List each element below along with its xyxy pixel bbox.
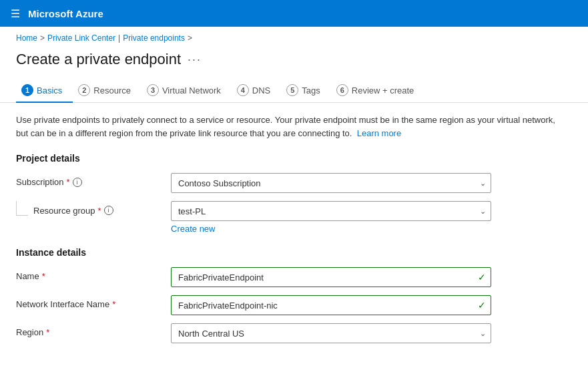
- breadcrumb-private-link[interactable]: Private Link Center: [47, 33, 115, 43]
- subscription-info-icon[interactable]: i: [73, 178, 82, 187]
- nic-select[interactable]: FabricPrivateEndpoint-nic: [171, 295, 491, 315]
- name-select[interactable]: FabricPrivateEndpoint: [171, 267, 491, 287]
- resource-group-row: Resource group * i test-PL ⌄ Create new: [16, 201, 558, 234]
- tab-dns-number: 4: [237, 84, 249, 96]
- resource-group-label: Resource group: [33, 206, 95, 216]
- project-details-section: Project details Subscription * i Contoso…: [16, 153, 558, 234]
- tab-resource[interactable]: 2 Resource: [73, 79, 141, 103]
- wizard-tabs: 1 Basics 2 Resource 3 Virtual Network 4 …: [0, 79, 588, 103]
- tab-resource-label: Resource: [93, 85, 131, 96]
- page-title-more-icon[interactable]: ···: [188, 53, 202, 67]
- learn-more-link[interactable]: Learn more: [357, 128, 401, 138]
- tab-dns[interactable]: 4 DNS: [232, 79, 281, 103]
- breadcrumb-private-endpoints[interactable]: Private endpoints: [123, 33, 185, 43]
- subscription-label: Subscription: [16, 177, 64, 187]
- subscription-dropdown-wrapper: Contoso Subscription ⌄: [171, 173, 491, 193]
- nic-name-row: Network Interface Name * FabricPrivateEn…: [16, 295, 558, 315]
- name-label: Name: [16, 271, 39, 281]
- tab-dns-label: DNS: [252, 85, 270, 96]
- tab-review-label: Review + create: [352, 85, 414, 96]
- nic-input-wrapper: FabricPrivateEndpoint-nic ✓: [171, 295, 491, 315]
- instance-details-heading: Instance details: [16, 247, 558, 258]
- resource-group-info-icon[interactable]: i: [104, 206, 113, 215]
- create-new-resource-group-link[interactable]: Create new: [171, 224, 558, 234]
- name-input-wrapper: FabricPrivateEndpoint ✓: [171, 267, 491, 287]
- tab-basics-number: 1: [21, 84, 33, 96]
- tab-review-number: 6: [336, 84, 348, 96]
- subscription-select[interactable]: Contoso Subscription: [171, 173, 491, 193]
- resource-group-dropdown-wrapper: test-PL ⌄: [171, 201, 491, 221]
- region-required: *: [46, 327, 49, 337]
- tab-tags-label: Tags: [302, 85, 320, 96]
- resource-group-control: test-PL ⌄ Create new: [171, 201, 558, 234]
- name-label-col: Name *: [16, 267, 163, 281]
- region-label-col: Region *: [16, 323, 163, 337]
- nic-control: FabricPrivateEndpoint-nic ✓: [171, 295, 558, 315]
- region-label: Region: [16, 327, 43, 337]
- name-row: Name * FabricPrivateEndpoint ✓: [16, 267, 558, 287]
- tab-resource-number: 2: [78, 84, 90, 96]
- resource-group-label-col: Resource group * i: [16, 201, 163, 216]
- page-title-area: Create a private endpoint ···: [0, 45, 588, 79]
- tab-vnet-label: Virtual Network: [162, 85, 221, 96]
- project-details-heading: Project details: [16, 153, 558, 164]
- tab-vnet-number: 3: [147, 84, 159, 96]
- tab-review-create[interactable]: 6 Review + create: [331, 79, 425, 103]
- resource-group-required: *: [98, 206, 101, 216]
- nic-label: Network Interface Name: [16, 299, 109, 309]
- name-control: FabricPrivateEndpoint ✓: [171, 267, 558, 287]
- tab-tags-number: 5: [286, 84, 298, 96]
- breadcrumb-sep-1: >: [40, 33, 45, 43]
- hamburger-menu-icon[interactable]: ☰: [11, 7, 20, 20]
- breadcrumb-sep-3: >: [188, 33, 192, 43]
- name-required: *: [42, 271, 45, 281]
- instance-details-section: Instance details Name * FabricPrivateEnd…: [16, 247, 558, 343]
- breadcrumb: Home > Private Link Center | Private end…: [0, 27, 588, 45]
- tab-basics-label: Basics: [37, 85, 62, 96]
- subscription-label-col: Subscription * i: [16, 173, 163, 187]
- subscription-required: *: [67, 177, 70, 187]
- region-control: North Central US ⌄: [171, 323, 558, 343]
- breadcrumb-home[interactable]: Home: [16, 33, 37, 43]
- nic-required: *: [112, 299, 115, 309]
- main-content: Use private endpoints to privately conne…: [0, 103, 574, 367]
- resource-group-select[interactable]: test-PL: [171, 201, 491, 221]
- top-navigation: ☰ Microsoft Azure: [0, 0, 588, 27]
- region-select[interactable]: North Central US: [171, 323, 491, 343]
- tab-basics[interactable]: 1 Basics: [16, 79, 73, 103]
- info-text: Use private endpoints to privately conne…: [16, 114, 558, 140]
- tab-tags[interactable]: 5 Tags: [281, 79, 330, 103]
- subscription-control: Contoso Subscription ⌄: [171, 173, 558, 193]
- page-title: Create a private endpoint: [16, 51, 181, 68]
- region-dropdown-wrapper: North Central US ⌄: [171, 323, 491, 343]
- breadcrumb-sep-2: |: [118, 33, 120, 43]
- brand-name: Microsoft Azure: [28, 8, 103, 19]
- tab-virtual-network[interactable]: 3 Virtual Network: [141, 79, 232, 103]
- subscription-row: Subscription * i Contoso Subscription ⌄: [16, 173, 558, 193]
- nic-label-col: Network Interface Name *: [16, 295, 163, 309]
- region-row: Region * North Central US ⌄: [16, 323, 558, 343]
